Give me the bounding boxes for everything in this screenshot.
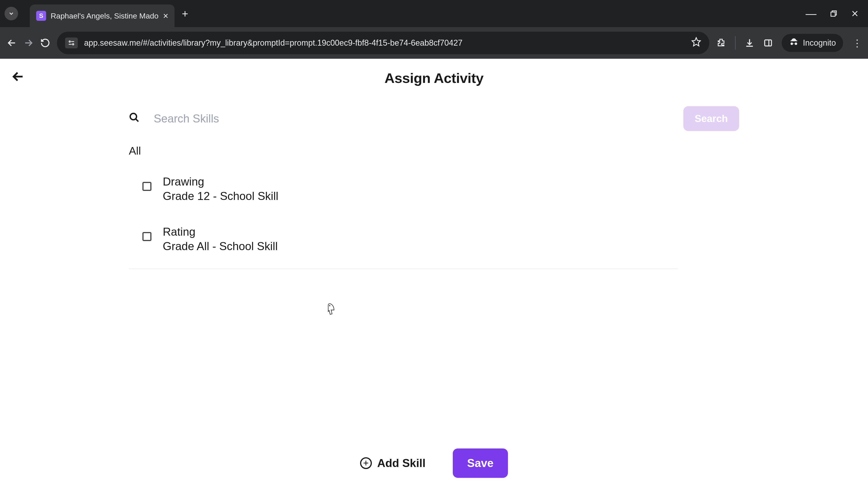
window-minimize-icon[interactable]: — — [806, 7, 816, 20]
save-button[interactable]: Save — [453, 449, 508, 478]
incognito-icon — [789, 37, 799, 48]
search-divider — [147, 112, 147, 125]
nav-forward-icon — [24, 38, 33, 48]
tab-title: Raphael's Angels, Sistine Mado — [51, 11, 158, 20]
page-title: Assign Activity — [0, 70, 868, 86]
tab-favicon-icon: S — [36, 11, 46, 21]
list-divider — [129, 269, 678, 269]
svg-rect-15 — [765, 40, 772, 46]
browser-menu-icon[interactable]: ⋮ — [852, 37, 861, 49]
incognito-badge[interactable]: Incognito — [782, 34, 843, 52]
search-skills-input[interactable] — [154, 112, 679, 125]
svg-line-19 — [135, 119, 138, 122]
downloads-icon[interactable] — [745, 38, 754, 48]
skill-name: Drawing — [163, 175, 278, 188]
filter-all-label: All — [124, 144, 744, 157]
page-back-button[interactable] — [11, 70, 25, 86]
skill-grade: Grade All - School Skill — [163, 240, 278, 253]
search-icon — [129, 112, 140, 125]
svg-marker-12 — [692, 38, 701, 46]
skills-list: Drawing Grade 12 - School Skill Rating G… — [124, 166, 744, 269]
site-settings-icon[interactable] — [65, 37, 78, 48]
skill-item[interactable]: Drawing Grade 12 - School Skill — [124, 166, 744, 216]
toolbar-divider — [735, 36, 736, 50]
skill-checkbox[interactable] — [143, 232, 151, 241]
window-maximize-icon[interactable] — [830, 7, 837, 20]
skill-checkbox[interactable] — [143, 182, 151, 191]
nav-reload-icon[interactable] — [40, 38, 50, 48]
svg-point-20 — [329, 305, 330, 306]
add-skill-button[interactable]: + Add Skill — [360, 457, 426, 470]
new-tab-button[interactable]: + — [182, 7, 188, 20]
window-close-icon[interactable] — [851, 7, 859, 20]
extensions-icon[interactable] — [716, 38, 726, 48]
tabs-dropdown[interactable] — [4, 7, 18, 20]
url-text[interactable]: app.seesaw.me/#/activities/library?my_li… — [84, 38, 685, 48]
skill-name: Rating — [163, 225, 278, 238]
browser-tab[interactable]: S Raphael's Angels, Sistine Mado × — [30, 4, 175, 27]
tab-close-icon[interactable]: × — [163, 11, 168, 20]
svg-point-9 — [72, 43, 74, 45]
skill-item[interactable]: Rating Grade All - School Skill — [124, 216, 744, 266]
svg-point-18 — [130, 113, 136, 120]
svg-point-6 — [69, 41, 70, 42]
url-bar[interactable]: app.seesaw.me/#/activities/library?my_li… — [57, 32, 709, 54]
plus-circle-icon: + — [360, 457, 372, 469]
skill-grade: Grade 12 - School Skill — [163, 190, 278, 203]
side-panel-icon[interactable] — [764, 38, 773, 47]
search-button[interactable]: Search — [683, 106, 739, 131]
add-skill-label: Add Skill — [377, 457, 426, 470]
incognito-label: Incognito — [803, 38, 836, 48]
svg-rect-1 — [831, 12, 835, 16]
bookmark-star-icon[interactable] — [691, 37, 701, 49]
nav-back-icon[interactable] — [7, 38, 17, 48]
mouse-cursor-icon — [327, 303, 337, 317]
